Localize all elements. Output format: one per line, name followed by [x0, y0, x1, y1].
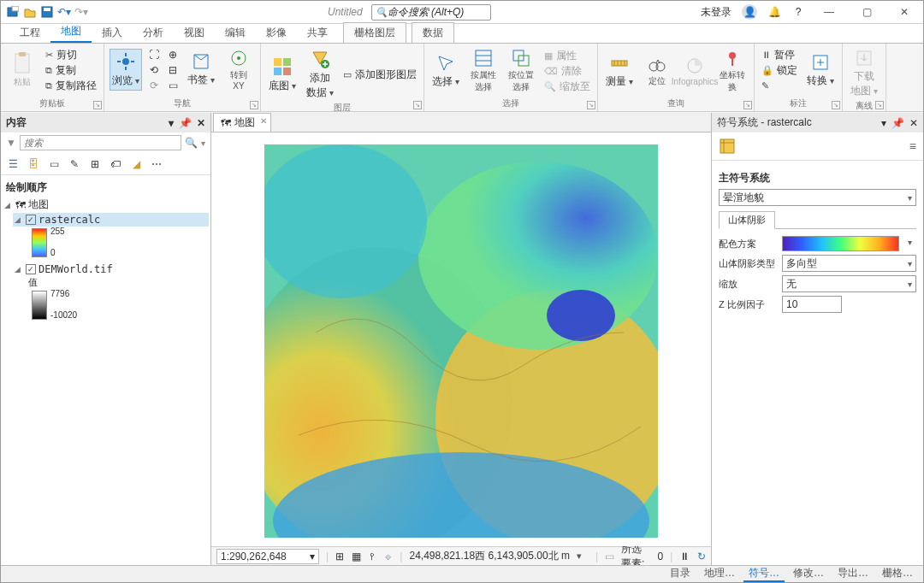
clear-sel-button[interactable]: ⌫ 清除 [542, 63, 592, 79]
help-icon[interactable]: ? [791, 5, 805, 19]
list-by-perspective-icon[interactable]: ◢ [129, 157, 143, 171]
zfactor-input[interactable]: 10 [782, 296, 842, 313]
download-map-button[interactable]: 下载地图 ▾ [848, 47, 880, 100]
toc-layer-dem[interactable]: ◢✓ DEMWorld.tif [13, 262, 209, 276]
constraint-icon[interactable]: ⊞ [335, 550, 345, 563]
zoom-in-icon[interactable]: ⊕ [166, 48, 180, 62]
locate-button[interactable]: 定位 [641, 53, 673, 89]
toc-map[interactable]: ◢🗺 地图 [3, 197, 209, 213]
cut-button[interactable]: ✂ 剪切 [44, 47, 98, 62]
tab-project[interactable]: 工程 [9, 23, 50, 43]
tab-analysis[interactable]: 分析 [133, 23, 174, 43]
redo-icon[interactable]: ↷▾ [74, 5, 88, 19]
map-tab[interactable]: 🗺地图✕ [213, 113, 271, 132]
grid-icon[interactable]: ⫯ [368, 550, 377, 563]
copy-button[interactable]: ⧉ 复制 [44, 62, 98, 78]
save-icon[interactable] [40, 5, 54, 19]
close-tab-icon[interactable]: ✕ [260, 116, 267, 126]
coord-convert-button[interactable]: 坐标转换 [716, 47, 749, 95]
bookmarks-button[interactable]: 书签 ▾ [185, 50, 217, 89]
zoom-sel-icon[interactable]: ▭ [166, 79, 180, 92]
zoom-prev-icon[interactable]: ⟲ [147, 63, 161, 77]
hamburger-icon[interactable]: ≡ [909, 139, 916, 153]
contents-search-input[interactable] [20, 135, 181, 150]
pause-label-button[interactable]: ⏸ 暂停 [760, 47, 799, 62]
scale-combo[interactable]: 1:290,262,648 ▾ [216, 549, 319, 564]
list-by-snapping-icon[interactable]: ⊞ [88, 157, 102, 171]
infographics-button[interactable]: Infographics [678, 55, 711, 88]
hillshade-type-combo[interactable]: 多向型 [782, 255, 916, 272]
dock-tab-symbology[interactable]: 符号… [743, 566, 785, 582]
lock-label-button[interactable]: 🔒 锁定 [760, 62, 799, 78]
list-by-drawing-icon[interactable]: ☰ [6, 157, 20, 171]
zoom-next-icon[interactable]: ⟳ [147, 79, 161, 92]
minimize-button[interactable]: — [815, 3, 843, 21]
fixed-zoom-icon[interactable]: ⊟ [166, 63, 180, 77]
layer-checkbox[interactable]: ✓ [26, 215, 36, 225]
pane-pin-icon[interactable]: 📌 [179, 117, 192, 129]
zoom-full-icon[interactable]: ⛶ [147, 48, 161, 62]
list-by-editing-icon[interactable]: ✎ [68, 157, 81, 171]
zoom-to-sel-button[interactable]: 🔍 缩放至 [542, 79, 592, 94]
snapping-icon[interactable]: ▦ [352, 550, 361, 563]
dock-tab-raster[interactable]: 栅格… [877, 566, 918, 582]
list-by-labeling-icon[interactable]: 🏷 [109, 157, 122, 171]
maximize-button[interactable]: ▢ [853, 3, 880, 21]
tab-share[interactable]: 共享 [297, 23, 338, 43]
dock-tab-geo[interactable]: 地理… [699, 566, 740, 582]
select-button[interactable]: 选择 ▾ [429, 52, 462, 91]
add-graphics-button[interactable]: ▭ 添加图形图层 [341, 67, 418, 82]
filter-icon[interactable]: ▼ [6, 137, 16, 149]
symbology-type-icon[interactable] [719, 138, 736, 155]
pane-dropdown-icon[interactable]: ▾ [881, 117, 886, 129]
more-label-button[interactable]: ✎ [760, 78, 799, 93]
login-status[interactable]: 未登录 [701, 5, 732, 20]
bell-icon[interactable]: 🔔 [767, 5, 781, 19]
list-by-source-icon[interactable]: 🗄 [27, 157, 40, 171]
tab-map[interactable]: 地图 [50, 21, 92, 43]
tab-data[interactable]: 数据 [412, 22, 454, 43]
scaling-combo[interactable]: 无 [782, 275, 916, 292]
correction-icon[interactable]: ⟐ [384, 550, 394, 563]
user-icon[interactable]: 👤 [742, 4, 757, 20]
renderer-combo[interactable]: 晕渲地貌 [719, 189, 916, 206]
undo-icon[interactable]: ↶▾ [57, 5, 71, 19]
convert-button[interactable]: 转换 ▾ [804, 51, 837, 90]
paste-button[interactable]: 粘贴 [6, 50, 38, 90]
tab-imagery[interactable]: 影像 [256, 23, 297, 43]
refresh-icon[interactable]: ↻ [696, 550, 706, 563]
command-search[interactable]: 🔍 命令搜索 (Alt+Q) [371, 4, 491, 21]
measure-button[interactable]: 测量 ▾ [603, 52, 636, 91]
dock-tab-catalog[interactable]: 目录 [665, 566, 696, 582]
tab-raster-layer[interactable]: 栅格图层 [343, 22, 406, 43]
tab-edit[interactable]: 编辑 [215, 23, 256, 43]
goto-xy-button[interactable]: 转到 XY [222, 47, 255, 92]
list-by-selection-icon[interactable]: ▭ [47, 157, 61, 171]
close-button[interactable]: ✕ [891, 3, 918, 21]
tab-view[interactable]: 视图 [174, 23, 215, 43]
dock-tab-export[interactable]: 导出… [832, 566, 874, 582]
more-icon[interactable]: ⋯ [150, 157, 163, 171]
colorscheme-combo[interactable] [782, 236, 899, 251]
pane-dropdown-icon[interactable]: ▾ [169, 117, 174, 129]
pane-pin-icon[interactable]: 📌 [891, 117, 904, 129]
tab-insert[interactable]: 插入 [92, 23, 133, 43]
adddata-button[interactable]: 添加数据 ▾ [304, 47, 336, 102]
copypath-button[interactable]: ⧉ 复制路径 [44, 78, 98, 93]
select-by-attr-button[interactable]: 按属性选择 [467, 47, 500, 95]
map-canvas[interactable] [211, 132, 711, 546]
attributes-button[interactable]: ▦ 属性 [542, 48, 592, 63]
toc-layer-rastercalc[interactable]: ◢✓ rastercalc [13, 213, 209, 227]
select-by-loc-button[interactable]: 按位置选择 [505, 47, 537, 95]
open-icon[interactable] [23, 5, 37, 19]
pane-close-icon[interactable]: ✕ [909, 117, 918, 129]
hillshade-tab[interactable]: 山体阴影 [719, 211, 775, 229]
pause-draw-icon[interactable]: ⏸ [679, 550, 690, 563]
search-icon[interactable]: 🔍 [185, 137, 198, 149]
basemap-button[interactable]: 底图 ▾ [266, 55, 299, 95]
new-project-icon[interactable] [6, 5, 20, 19]
explore-button[interactable]: 浏览 ▾ [110, 49, 142, 91]
layer-checkbox[interactable]: ✓ [26, 264, 36, 274]
dock-tab-modify[interactable]: 修改… [788, 566, 829, 582]
pane-close-icon[interactable]: ✕ [197, 117, 205, 129]
